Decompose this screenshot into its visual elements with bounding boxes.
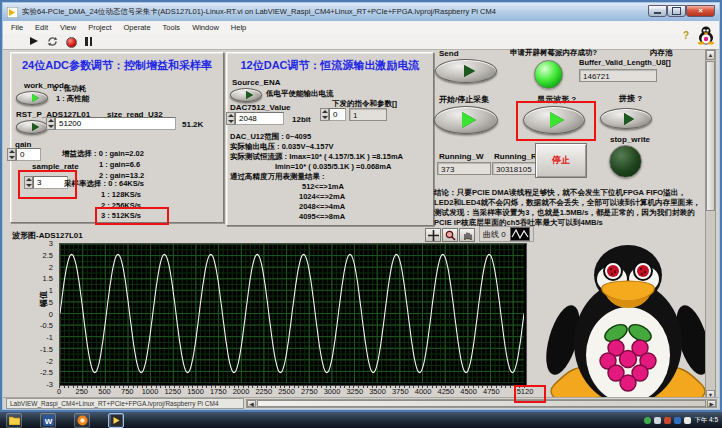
size-read-value[interactable]: 51200 <box>55 117 176 130</box>
target-context-text: LabVIEW_Raspi_CM4+Linux_RT+PCIe+FPGA.lvp… <box>6 398 244 409</box>
menu-window[interactable]: Window <box>192 23 219 32</box>
screen: 实验64-PCIe_DMA_24位动态信号采集卡(ADS127L01)-Linu… <box>0 0 722 428</box>
start-stop-toggle[interactable] <box>434 106 498 134</box>
system-tray: 下午 4:5 <box>644 416 722 425</box>
taskbar-word-icon[interactable]: W <box>40 413 56 428</box>
splice-toggle[interactable] <box>600 108 652 129</box>
taskbar-orange-app-icon[interactable] <box>74 413 90 428</box>
window-title: 实验64-PCIe_DMA_24位动态信号采集卡(ADS127L01)-Linu… <box>22 7 648 17</box>
work-mode-toggle[interactable] <box>16 91 48 105</box>
waveform-graph-plot-area <box>59 243 527 386</box>
spinner[interactable] <box>7 148 16 161</box>
gain-control[interactable]: 0 <box>7 148 41 161</box>
run-continuous-button[interactable] <box>47 36 58 47</box>
spinner[interactable] <box>226 112 235 125</box>
rst-toggle[interactable] <box>16 120 48 134</box>
taskbar-explorer-icon[interactable] <box>6 413 22 428</box>
vertical-scrollbar[interactable]: ▲ ▼ <box>705 49 716 401</box>
dac-map4: 4095<=>8mA <box>299 212 345 221</box>
toggle-arrow-icon <box>32 94 39 102</box>
size-read-display: 51.2K <box>182 120 203 129</box>
y-tick-label: 1 <box>49 286 53 295</box>
close-button[interactable]: × <box>686 5 715 17</box>
sample-rate-value[interactable]: 3 <box>33 176 68 189</box>
menu-operate[interactable]: Operate <box>124 23 151 32</box>
horizontal-scroll-thumb[interactable] <box>257 400 706 407</box>
context-help-icon[interactable]: ? <box>683 30 689 41</box>
running-r-label: Running_R <box>494 152 537 161</box>
menu-edit[interactable]: Edit <box>35 23 48 32</box>
tray-gray-icon[interactable] <box>654 417 661 424</box>
toggle-arrow-icon <box>624 113 634 125</box>
tray-red-icon[interactable] <box>664 417 671 424</box>
svg-text:W: W <box>44 416 52 425</box>
plot-legend[interactable]: 曲线 0 <box>479 226 534 242</box>
y-tick-label: 3 <box>49 239 53 248</box>
toggle-arrow-icon <box>550 112 564 128</box>
menu-project[interactable]: Project <box>88 23 111 32</box>
running-w-label: Running_W <box>439 152 483 161</box>
gain-value[interactable]: 0 <box>16 148 41 161</box>
spinner[interactable] <box>320 108 329 121</box>
show-wave-toggle[interactable] <box>523 106 585 134</box>
vertical-scroll-thumb[interactable] <box>706 61 715 211</box>
menu-tools[interactable]: Tools <box>163 23 181 32</box>
sample-opts-1: 1 : 128KS/s <box>101 190 141 199</box>
stop-button-label: 停止 <box>552 154 570 167</box>
dac-bits-label: 12bit <box>292 115 311 124</box>
pause-button[interactable] <box>83 36 94 47</box>
tray-white-icon[interactable] <box>684 417 691 424</box>
target-penguin-icon <box>697 26 715 45</box>
spinner[interactable] <box>46 117 55 130</box>
windows-taskbar: W 下午 4:5 <box>0 412 722 428</box>
menu-file[interactable]: File <box>11 23 23 32</box>
taskbar-clock[interactable]: 下午 4:5 <box>694 416 718 425</box>
y-tick-label: -1 <box>46 333 53 342</box>
mem-ok-led <box>534 60 563 89</box>
graph-zoom-tool-button[interactable] <box>442 228 458 242</box>
sample-rate-label: sample_rate <box>32 162 79 171</box>
size-read-control[interactable]: 51200 <box>46 117 176 130</box>
dac-value-control[interactable]: 2048 <box>226 112 284 125</box>
tray-green-icon[interactable] <box>644 417 651 424</box>
gain-opts-0: 增益选择 : 0 : gain=2.02 <box>62 149 144 159</box>
graph-cursor-tool-button[interactable] <box>425 228 441 242</box>
minimize-button[interactable] <box>648 5 667 17</box>
title-bar[interactable]: 实验64-PCIe_DMA_24位动态信号采集卡(ADS127L01)-Linu… <box>3 3 719 21</box>
run-button[interactable] <box>29 36 40 47</box>
menu-view[interactable]: View <box>60 23 76 32</box>
menu-help[interactable]: Help <box>231 23 246 32</box>
scroll-up-button[interactable]: ▲ <box>706 50 715 60</box>
toggle-arrow-icon <box>246 91 253 99</box>
graph-label: 波形图-ADS127L01 <box>12 230 83 241</box>
toggle-arrow-icon <box>464 65 475 77</box>
y-tick-label: 0 <box>49 310 53 319</box>
y-axis-ticks: -3-2.5-2-1.5-1-0.500.511.522.53 <box>16 243 56 385</box>
cmd-index-value[interactable]: 0 <box>329 108 346 121</box>
gain-opts-1: 1 : gain=6.6 <box>99 160 140 169</box>
labview-window: 实验64-PCIe_DMA_24位动态信号采集卡(ADS127L01)-Linu… <box>0 0 722 412</box>
horizontal-scrollbar[interactable]: ◀ ▶ <box>246 399 717 408</box>
stop-button[interactable]: 停止 <box>535 143 587 178</box>
y-tick-label: -2 <box>46 357 53 366</box>
mem-pool-label: 内存池 <box>650 48 673 58</box>
sample-rate-control[interactable]: 3 <box>24 176 68 189</box>
close-icon: × <box>698 6 703 15</box>
cmd-element-value[interactable]: 1 <box>349 108 387 121</box>
scroll-left-button[interactable]: ◀ <box>247 400 256 407</box>
taskbar-labview-icon[interactable] <box>108 413 124 428</box>
menu-bar: File Edit View Project Operate Tools Win… <box>3 21 719 35</box>
work-mode-opt0: 0 : 低功耗 <box>53 84 86 94</box>
send-toggle[interactable] <box>435 59 497 83</box>
minimize-icon <box>654 12 661 14</box>
scroll-right-button[interactable]: ▶ <box>707 400 716 407</box>
graph-pan-tool-button[interactable] <box>459 228 475 242</box>
crosshair-icon <box>428 230 439 241</box>
dac-value[interactable]: 2048 <box>235 112 284 125</box>
tray-blue-icon[interactable] <box>674 417 681 424</box>
maximize-button[interactable] <box>667 5 686 17</box>
spinner[interactable] <box>24 176 33 189</box>
cmd-index-control[interactable]: 0 <box>320 108 346 121</box>
abort-button[interactable] <box>65 36 76 47</box>
source-ena-toggle[interactable] <box>230 88 262 102</box>
